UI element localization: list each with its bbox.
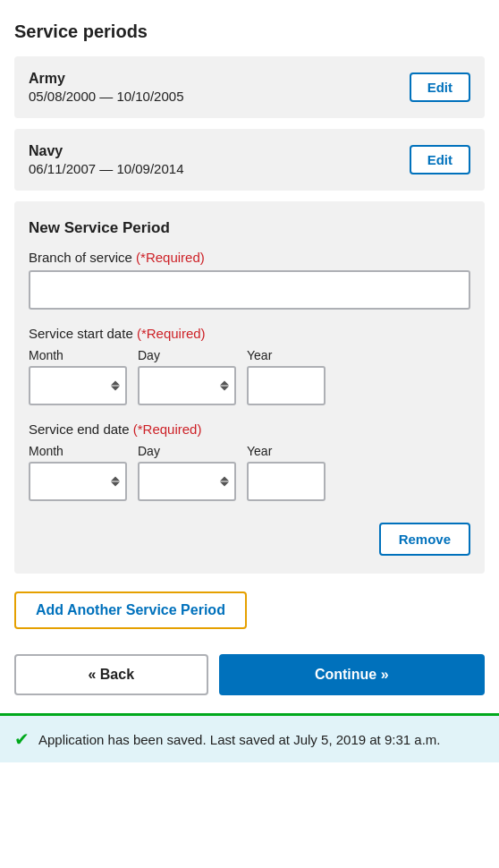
branch-required-text: (*Required)	[136, 250, 205, 265]
end-year-input[interactable]	[247, 462, 326, 501]
end-month-select-wrap: JanuaryFebruaryMarchAprilMayJuneJulyAugu…	[29, 462, 127, 501]
service-card-navy: Navy 06/11/2007 — 10/09/2014 Edit	[14, 129, 485, 191]
service-card-navy-info: Navy 06/11/2007 — 10/09/2014	[29, 143, 183, 176]
army-branch-name: Army	[29, 71, 183, 87]
start-month-wrap: Month JanuaryFebruaryMarchAprilMayJuneJu…	[29, 348, 127, 405]
start-date-required: (*Required)	[137, 326, 206, 341]
new-service-title: New Service Period	[29, 219, 470, 237]
start-year-input[interactable]	[247, 366, 326, 405]
start-day-select-wrap: 1234567891011121314151617181920212223242…	[138, 366, 236, 405]
start-date-label: Service start date	[29, 326, 133, 341]
bottom-nav: « Back Continue »	[14, 654, 485, 713]
save-banner: ✔ Application has been saved. Last saved…	[0, 713, 499, 762]
army-date-range: 05/08/2000 — 10/10/2005	[29, 89, 183, 104]
back-button[interactable]: « Back	[14, 654, 208, 695]
end-date-required: (*Required)	[133, 421, 202, 437]
end-date-group: Service end date (*Required) Month Janua…	[29, 421, 470, 501]
start-day-select[interactable]: 1234567891011121314151617181920212223242…	[138, 366, 236, 405]
page-title: Service periods	[14, 21, 485, 42]
end-date-fields: Month JanuaryFebruaryMarchAprilMayJuneJu…	[29, 444, 470, 501]
service-card-army-info: Army 05/08/2000 — 10/10/2005	[29, 71, 183, 104]
end-year-wrap: Year	[247, 444, 326, 501]
army-edit-button[interactable]: Edit	[410, 72, 470, 102]
end-day-select-wrap: 1234567891011121314151617181920212223242…	[138, 462, 236, 501]
start-year-wrap: Year	[247, 348, 326, 405]
add-service-period-button[interactable]: Add Another Service Period	[14, 591, 247, 629]
end-day-wrap: Day 123456789101112131415161718192021222…	[138, 444, 236, 501]
start-month-label: Month	[29, 348, 127, 362]
branch-of-service-input[interactable]	[29, 270, 470, 310]
continue-button[interactable]: Continue »	[219, 654, 486, 695]
end-year-label: Year	[247, 444, 326, 458]
end-date-label: Service end date	[29, 421, 130, 437]
start-day-wrap: Day 123456789101112131415161718192021222…	[138, 348, 236, 405]
navy-edit-button[interactable]: Edit	[410, 145, 470, 174]
start-date-group: Service start date (*Required) Month Jan…	[29, 326, 470, 405]
remove-service-button[interactable]: Remove	[379, 523, 470, 556]
save-checkmark-icon: ✔	[14, 728, 30, 750]
start-date-fields: Month JanuaryFebruaryMarchAprilMayJuneJu…	[29, 348, 470, 405]
start-day-label: Day	[138, 348, 236, 362]
end-month-label: Month	[29, 444, 127, 458]
navy-branch-name: Navy	[29, 143, 183, 159]
end-day-select[interactable]: 1234567891011121314151617181920212223242…	[138, 462, 236, 501]
service-card-army: Army 05/08/2000 — 10/10/2005 Edit	[14, 56, 485, 118]
save-banner-message: Application has been saved. Last saved a…	[38, 732, 440, 747]
new-service-form: New Service Period Branch of service (*R…	[14, 201, 485, 574]
end-month-wrap: Month JanuaryFebruaryMarchAprilMayJuneJu…	[29, 444, 127, 501]
start-year-label: Year	[247, 348, 326, 362]
branch-of-service-label: Branch of service (*Required)	[29, 250, 470, 265]
navy-date-range: 06/11/2007 — 10/09/2014	[29, 161, 183, 176]
start-month-select-wrap: JanuaryFebruaryMarchAprilMayJuneJulyAugu…	[29, 366, 127, 405]
start-month-select[interactable]: JanuaryFebruaryMarchAprilMayJuneJulyAugu…	[29, 366, 127, 405]
end-day-label: Day	[138, 444, 236, 458]
end-month-select[interactable]: JanuaryFebruaryMarchAprilMayJuneJulyAugu…	[29, 462, 127, 501]
